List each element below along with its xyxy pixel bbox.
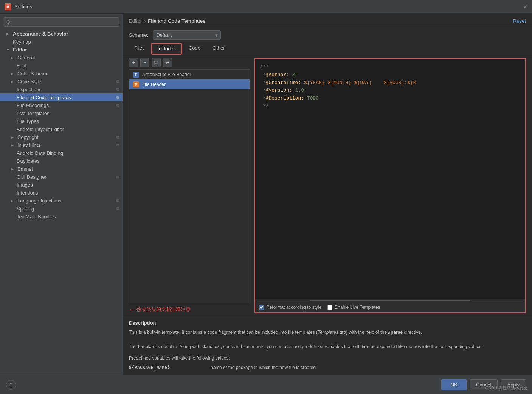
add-button[interactable]: +	[129, 58, 138, 67]
sidebar-item-gui-designer[interactable]: GUI Designer ⧉	[0, 173, 123, 181]
main-layout: Q ▶ Appearance & Behavior Keymap ▼ Edito…	[0, 14, 532, 375]
copy-icon: ⧉	[116, 79, 119, 84]
sidebar-item-label: Appearance & Behavior	[13, 31, 68, 37]
sidebar-item-file-and-code-templates[interactable]: File and Code Templates ⧉	[0, 93, 123, 101]
title-bar: A Settings ✕	[0, 0, 532, 14]
search-input[interactable]	[12, 19, 116, 25]
tabs-row: Files Includes Code Other	[123, 43, 532, 55]
var-desc: name of the package in which the new fil…	[211, 364, 526, 371]
annotation-arrow-icon: ←	[129, 306, 135, 313]
annotation: ← 修改类头的文档注释消息	[129, 306, 250, 313]
copy-icon: ⧉	[116, 174, 119, 179]
sidebar-item-live-templates[interactable]: Live Templates	[0, 109, 123, 117]
arrow-icon: ▶	[11, 56, 15, 60]
sidebar-item-inlay-hints[interactable]: ▶ Inlay Hints ⧉	[0, 141, 123, 149]
code-line-6: */	[260, 103, 521, 111]
sidebar-item-android-layout-editor[interactable]: Android Layout Editor	[0, 125, 123, 133]
scheme-select[interactable]: Default Project	[153, 30, 221, 40]
code-line-3: *@CreateTime: ${YEAR}-${MONTH}-${DAY} ${…	[260, 79, 521, 87]
search-icon: Q	[6, 20, 10, 25]
sidebar-item-label: Inspections	[17, 87, 42, 92]
file-list-item-actionscript[interactable]: F ActionScript File Header	[129, 70, 250, 79]
sidebar-item-images[interactable]: Images	[0, 181, 123, 189]
sidebar-item-label: Images	[17, 182, 33, 188]
sidebar-item-font[interactable]: Font	[0, 62, 123, 70]
var-table: ${PACKAGE_NAME} name of the package in w…	[129, 364, 526, 371]
var-name: ${PACKAGE_NAME}	[129, 364, 205, 371]
tab-other[interactable]: Other	[207, 43, 230, 55]
watermark: CSDN @程序员小发发	[485, 385, 527, 391]
ok-button[interactable]: OK	[441, 379, 467, 390]
sidebar-item-duplicates[interactable]: Duplicates	[0, 157, 123, 165]
file-list-item-file-header[interactable]: F File Header	[129, 79, 250, 89]
sidebar-item-code-style[interactable]: ▶ Code Style ⧉	[0, 78, 123, 86]
annotation-text: 修改类头的文档注释消息	[136, 306, 191, 313]
predefined-label: Predefined variables will take the follo…	[129, 355, 526, 362]
sidebar-item-label: Inlay Hints	[17, 142, 40, 148]
sidebar-item-keymap[interactable]: Keymap	[0, 38, 123, 46]
sidebar-item-label: Intentions	[17, 190, 38, 196]
sidebar-item-label: Editor	[13, 47, 27, 53]
sidebar-item-language-injections[interactable]: ▶ Language Injections ⧉	[0, 197, 123, 205]
sidebar-item-textmate-bundles[interactable]: TextMate Bundles	[0, 213, 123, 221]
reset-template-button[interactable]: ↩	[163, 58, 172, 67]
bottom-bar: ? OK Cancel Apply	[0, 375, 532, 394]
copy-icon: ⧉	[116, 87, 119, 92]
sidebar-item-label: GUI Designer	[17, 174, 47, 180]
sidebar-item-label: File Types	[17, 118, 39, 124]
sidebar-item-label: File and Code Templates	[17, 95, 71, 100]
copy-icon: ⧉	[116, 198, 119, 203]
breadcrumb-parent: Editor	[129, 18, 142, 24]
tab-code[interactable]: Code	[183, 43, 206, 55]
breadcrumb: Editor › File and Code Templates	[129, 18, 206, 24]
content-header: Editor › File and Code Templates Reset	[123, 14, 532, 27]
file-icon: F	[133, 81, 139, 87]
search-box[interactable]: Q	[3, 17, 119, 27]
arrow-icon: ▶	[11, 199, 15, 203]
sidebar: Q ▶ Appearance & Behavior Keymap ▼ Edito…	[0, 14, 123, 375]
sidebar-item-general[interactable]: ▶ General	[0, 54, 123, 62]
close-button[interactable]: ✕	[523, 4, 527, 10]
reformat-checkbox-label[interactable]: Reformat according to style	[259, 305, 321, 310]
sidebar-item-label: Code Style	[17, 79, 42, 84]
copy-icon: ⧉	[116, 206, 119, 211]
live-templates-checkbox[interactable]	[327, 305, 332, 310]
sidebar-item-spelling[interactable]: Spelling ⧉	[0, 205, 123, 213]
sidebar-item-copyright[interactable]: ▶ Copyright ⧉	[0, 133, 123, 141]
sidebar-item-file-types[interactable]: File Types	[0, 117, 123, 125]
file-item-name: ActionScript File Header	[142, 72, 191, 77]
reformat-checkbox[interactable]	[259, 305, 264, 310]
scheme-row: Scheme: Default Project	[123, 27, 532, 43]
help-button[interactable]: ?	[6, 380, 16, 390]
scheme-select-wrapper: Default Project	[153, 30, 221, 40]
description-section: Description This is a built-in template.…	[123, 316, 532, 375]
tab-files[interactable]: Files	[129, 43, 150, 55]
help-icon: ?	[9, 382, 12, 388]
file-item-name: File Header	[142, 82, 166, 87]
sidebar-item-label: Color Scheme	[17, 71, 48, 76]
sidebar-item-android-data-binding[interactable]: Android Data Binding	[0, 149, 123, 157]
arrow-icon: ▶	[11, 143, 15, 147]
sidebar-item-intentions[interactable]: Intentions	[0, 189, 123, 197]
sidebar-item-color-scheme[interactable]: ▶ Color Scheme	[0, 70, 123, 78]
editor-footer: Reformat according to style Enable Live …	[255, 302, 525, 312]
copy-template-button[interactable]: ⧉	[152, 58, 161, 67]
remove-button[interactable]: −	[140, 58, 149, 67]
sidebar-item-label: TextMate Bundles	[17, 214, 56, 220]
arrow-icon: ▶	[11, 167, 15, 171]
code-editor[interactable]: /** *@Author: ZF *@CreateTime: ${YEAR}-$…	[255, 59, 525, 299]
sidebar-item-appearance-behavior[interactable]: ▶ Appearance & Behavior	[0, 30, 123, 38]
breadcrumb-separator: ›	[144, 18, 146, 24]
sidebar-item-label: Android Layout Editor	[17, 126, 64, 132]
sidebar-item-emmet[interactable]: ▶ Emmet	[0, 165, 123, 173]
reset-button[interactable]: Reset	[513, 18, 526, 24]
window-title: Settings	[14, 4, 32, 9]
tab-includes[interactable]: Includes	[151, 43, 181, 55]
sidebar-item-editor[interactable]: ▼ Editor	[0, 46, 123, 54]
code-line-2: *@Author: ZF	[260, 71, 521, 79]
sidebar-item-inspections[interactable]: Inspections ⧉	[0, 86, 123, 93]
sidebar-item-file-encodings[interactable]: File Encodings ⧉	[0, 101, 123, 109]
live-templates-checkbox-label[interactable]: Enable Live Templates	[327, 305, 380, 310]
bottom-left: ?	[6, 380, 16, 390]
app-icon: A	[5, 3, 11, 10]
